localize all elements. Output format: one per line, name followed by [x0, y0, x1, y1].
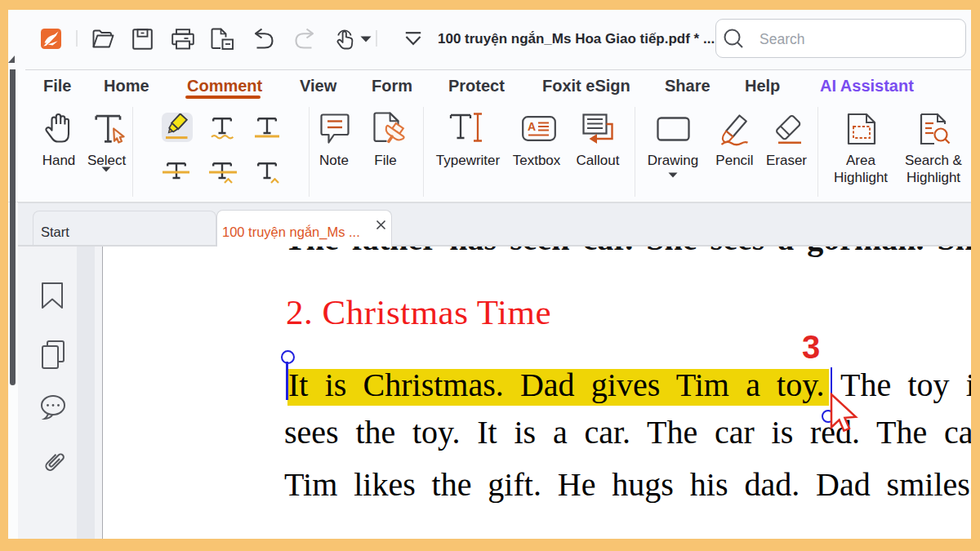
svg-text:A: A — [528, 120, 536, 133]
